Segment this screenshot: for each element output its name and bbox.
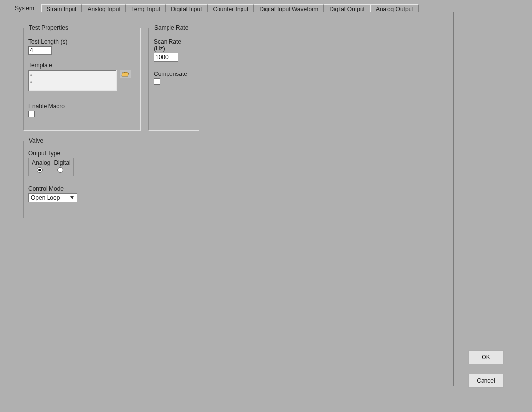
groupbox-legend: Test Properties [27,24,70,31]
radio-digital-label: Digital [54,159,70,166]
control-mode-value: Open Loop [31,194,60,201]
control-mode-label: Control Mode [28,185,106,192]
groupbox-legend: Sample Rate [153,24,190,31]
chevron-down-icon [68,194,76,202]
template-label: Template [28,62,135,69]
browse-template-button[interactable] [120,70,131,78]
enable-macro-label: Enable Macro [28,103,135,110]
groupbox-valve: Valve Output Type Analog Digital Control… [23,141,111,218]
radio-analog[interactable] [37,167,43,173]
path-glyph-icon: ▫▫ [30,73,32,85]
groupbox-test-properties: Test Properties Test Length (s) Template… [23,28,141,131]
output-type-radio-group: Analog Digital [28,158,74,176]
radio-digital[interactable] [57,167,63,173]
output-type-label: Output Type [28,150,106,157]
control-mode-select[interactable]: Open Loop [28,193,77,202]
compensate-checkbox[interactable] [154,78,160,85]
test-length-label: Test Length (s) [28,38,135,45]
folder-open-icon [121,71,129,77]
enable-macro-checkbox[interactable] [28,111,35,117]
ok-button[interactable]: OK [468,350,504,364]
compensate-label: Compensate [154,71,194,77]
dialog-root: SystemStrain InputAnalog InputTemp Input… [0,0,532,412]
radio-analog-label: Analog [32,159,50,166]
groupbox-sample-rate: Sample Rate Scan Rate (Hz) Compensate [148,28,199,131]
scan-rate-input[interactable] [154,53,178,62]
cancel-button[interactable]: Cancel [468,374,504,388]
tab-system[interactable]: System [8,3,41,14]
tab-panel-system: Test Properties Test Length (s) Template… [8,12,454,386]
groupbox-legend: Valve [27,137,45,144]
test-length-input[interactable] [28,46,52,55]
scan-rate-label: Scan Rate (Hz) [154,38,194,52]
template-path-input[interactable]: ▫▫ [28,70,117,91]
